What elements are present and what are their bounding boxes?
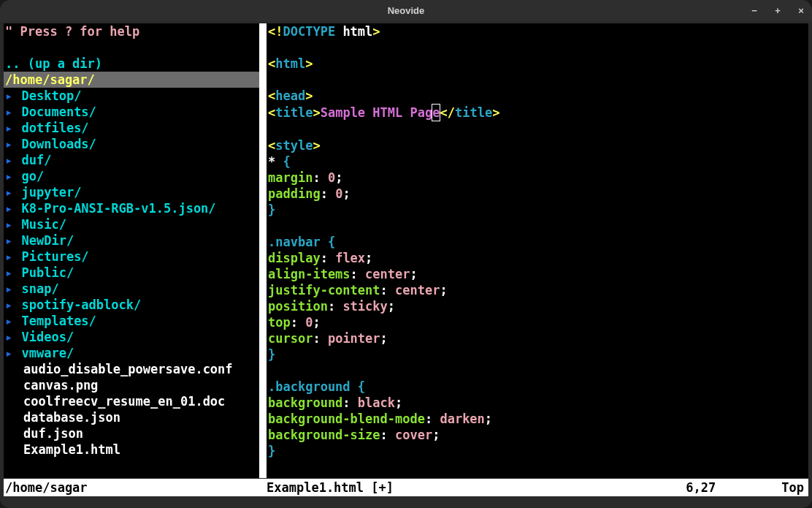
file-tree-pane[interactable]: " Press ? for help .. (up a dir) /home/s… [4,23,261,478]
status-position: 6,27 [686,479,781,496]
dir-item[interactable]: ▸ spotify-adblock/ [4,297,259,313]
status-bar: /home/sagar Example1.html [+] 6,27 Top [0,479,812,496]
status-scroll: Top [781,479,808,496]
dir-item[interactable]: ▸ duf/ [4,152,259,168]
chevron-right-icon: ▸ [5,233,14,248]
dir-label: jupyter/ [14,185,81,200]
app-window: Neovide − + × " Press ? for help .. (up … [0,0,812,508]
chevron-right-icon: ▸ [5,249,14,264]
chevron-right-icon: ▸ [5,137,14,151]
dir-label: Downloads/ [14,137,96,151]
dir-item[interactable]: ▸ Documents/ [4,104,259,120]
current-path[interactable]: /home/sagar/ [4,72,259,88]
window-title: Neovide [388,3,425,19]
dir-label: go/ [14,169,44,183]
dir-item[interactable]: ▸ Public/ [4,265,259,281]
file-item[interactable]: Example1.html [4,441,259,458]
chevron-right-icon: ▸ [5,265,14,280]
dir-label: Public/ [14,265,74,280]
dir-item[interactable]: ▸ Desktop/ [4,88,259,104]
titlebar[interactable]: Neovide − + × [0,0,812,21]
chevron-right-icon: ▸ [5,88,14,103]
chevron-right-icon: ▸ [5,217,14,232]
dir-label: Desktop/ [14,88,81,103]
dir-item[interactable]: ▸ jupyter/ [4,184,259,200]
up-dir[interactable]: .. (up a dir) [4,56,259,72]
window-controls: − + × [749,3,806,19]
chevron-right-icon: ▸ [5,314,14,328]
minimize-button[interactable]: − [749,3,759,19]
chevron-right-icon: ▸ [5,330,14,344]
dir-label: Templates/ [14,314,96,328]
chevron-right-icon: ▸ [5,121,14,135]
chevron-right-icon: ▸ [5,201,14,216]
chevron-right-icon: ▸ [5,185,14,200]
status-file: Example1.html [+] [262,479,394,496]
chevron-right-icon: ▸ [5,346,14,360]
file-item[interactable]: canvas.png [4,377,259,393]
file-item[interactable]: coolfreecv_resume_en_01.doc [4,393,259,409]
dir-item[interactable]: ▸ vmware/ [4,345,259,361]
dir-item[interactable]: ▸ K8-Pro-ANSI-RGB-v1.5.json/ [4,200,259,216]
dir-item[interactable]: ▸ Videos/ [4,329,259,345]
dir-label: Pictures/ [14,249,88,264]
file-item[interactable]: database.json [4,409,259,425]
close-button[interactable]: × [796,3,806,19]
dir-label: Music/ [14,217,66,232]
dir-label: duf/ [14,153,51,167]
dir-item[interactable]: ▸ NewDir/ [4,232,259,249]
dir-item[interactable]: ▸ Pictures/ [4,249,259,265]
dir-item[interactable]: ▸ snap/ [4,281,259,297]
dir-item[interactable]: ▸ go/ [4,168,259,184]
dir-label: K8-Pro-ANSI-RGB-v1.5.json/ [14,201,215,216]
dir-item[interactable]: ▸ Templates/ [4,313,259,329]
dir-label: Documents/ [14,105,96,119]
chevron-right-icon: ▸ [5,297,14,312]
chevron-right-icon: ▸ [5,281,14,296]
chevron-right-icon: ▸ [5,169,14,183]
dir-label: snap/ [14,281,58,296]
dir-label: dotfiles/ [14,121,88,135]
dir-item[interactable]: ▸ Downloads/ [4,136,259,152]
dir-label: NewDir/ [14,233,74,248]
chevron-right-icon: ▸ [5,105,14,119]
dir-item[interactable]: ▸ dotfiles/ [4,120,259,136]
chevron-right-icon: ▸ [5,153,14,167]
file-item[interactable]: duf.json [4,425,259,441]
dir-item[interactable]: ▸ Music/ [4,216,259,232]
code-editor-pane[interactable]: <!DOCTYPE html> <html> <head> <title>Sam… [265,23,808,478]
dir-label: vmware/ [14,346,74,360]
dir-label: spotify-adblock/ [14,297,141,312]
editor-area: " Press ? for help .. (up a dir) /home/s… [0,21,812,479]
status-path: /home/sagar [4,479,262,496]
dir-label: Videos/ [14,330,74,344]
maximize-button[interactable]: + [773,3,783,19]
file-item[interactable]: audio_disable_powersave.conf [4,361,259,377]
help-hint: " Press ? for help [4,23,259,39]
